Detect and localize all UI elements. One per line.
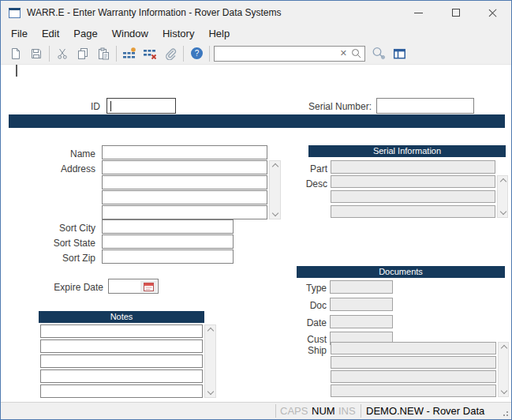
address-line-1[interactable] [102, 160, 267, 174]
app-window: WARR.E - Enter Warranty Information - Ro… [0, 0, 512, 420]
serial-information-header: Serial Information [308, 145, 506, 157]
scroll-down-icon[interactable] [499, 208, 506, 215]
status-message: DEMO.NEW - Rover Data Systems [366, 403, 511, 420]
copy-button[interactable] [73, 44, 93, 63]
notes-line-2[interactable] [40, 339, 203, 353]
date-label: Date [279, 317, 327, 328]
attach-button[interactable] [160, 44, 181, 63]
address-line-3[interactable] [102, 190, 267, 204]
status-bar: CAPS NUM INS DEMO.NEW - Rover Data Syste… [1, 402, 511, 419]
sort-state-label: Sort State [32, 238, 95, 249]
ship-scrollbar[interactable] [498, 342, 509, 397]
status-separator [361, 404, 361, 418]
lookup-button[interactable] [368, 44, 389, 63]
scroll-up-icon[interactable] [500, 345, 506, 351]
svg-text:?: ? [194, 49, 199, 58]
menu-page[interactable]: Page [66, 25, 104, 42]
serial-number-input[interactable] [376, 98, 474, 114]
cust-label: Cust [279, 334, 327, 345]
minimize-button[interactable] [400, 1, 437, 24]
input-caret [110, 101, 111, 111]
menu-window[interactable]: Window [105, 25, 155, 42]
sort-state-input[interactable] [102, 234, 234, 249]
panels-icon [393, 47, 406, 60]
notes-scrollbar[interactable] [204, 324, 216, 398]
close-button[interactable] [474, 1, 511, 24]
desc-scrollbar[interactable] [497, 175, 508, 218]
sort-zip-input[interactable] [102, 249, 234, 264]
sort-city-label: Sort City [32, 223, 95, 234]
cut-button[interactable] [52, 44, 73, 63]
paperclip-icon [164, 47, 177, 60]
name-input[interactable] [102, 145, 267, 159]
serial-number-label: Serial Number: [285, 101, 372, 112]
scroll-down-icon[interactable] [500, 388, 506, 394]
save-button[interactable] [26, 44, 47, 63]
delete-row-button[interactable] [140, 44, 160, 63]
notes-line-3[interactable] [40, 354, 203, 368]
toolbar-separator [116, 46, 117, 62]
caps-indicator: CAPS [280, 403, 308, 419]
app-window-icon [9, 8, 21, 18]
address-scrollbar[interactable] [269, 160, 281, 219]
address-line-2[interactable] [102, 175, 267, 189]
address-label: Address [32, 163, 95, 174]
notes-line-1[interactable] [40, 324, 203, 338]
clear-search-icon[interactable]: ✕ [340, 48, 347, 58]
help-icon: ? [190, 47, 204, 60]
window-controls [400, 1, 511, 24]
scroll-up-icon[interactable] [207, 328, 214, 334]
menu-file[interactable]: File [4, 25, 35, 42]
window-title: WARR.E - Enter Warranty Information - Ro… [27, 7, 282, 18]
desc-label: Desc [288, 178, 327, 189]
maximize-icon [452, 9, 460, 17]
date-field [330, 315, 393, 328]
notes-header: Notes [39, 311, 204, 323]
scroll-up-icon[interactable] [499, 178, 506, 185]
maximize-button[interactable] [437, 1, 474, 24]
doc-field [330, 298, 393, 311]
toolbar-separator [209, 46, 210, 62]
date-picker-button[interactable] [140, 280, 157, 292]
insert-row-icon [122, 47, 136, 60]
id-label: ID [48, 101, 100, 112]
desc-line-2 [331, 190, 495, 203]
paste-icon [97, 47, 110, 60]
scroll-down-icon[interactable] [207, 388, 214, 395]
resize-grip-icon[interactable] [502, 410, 508, 416]
num-indicator: NUM [312, 403, 335, 419]
close-icon [488, 8, 498, 17]
desc-line-1 [331, 175, 495, 188]
panels-button[interactable] [389, 44, 409, 63]
search-input[interactable] [218, 48, 340, 59]
search-icon[interactable] [351, 48, 361, 58]
new-document-button[interactable] [6, 44, 26, 63]
notes-line-5[interactable] [40, 384, 203, 398]
insert-row-button[interactable] [119, 44, 140, 63]
save-icon [30, 47, 43, 60]
paste-button[interactable] [93, 44, 114, 63]
menu-history[interactable]: History [155, 25, 201, 42]
toolbar-separator [49, 46, 50, 62]
help-button[interactable]: ? [186, 44, 207, 63]
scroll-down-icon[interactable] [272, 210, 278, 216]
id-input[interactable] [107, 98, 176, 114]
sort-zip-label: Sort Zip [32, 253, 95, 264]
scroll-up-icon[interactable] [272, 163, 278, 170]
doc-label: Doc [279, 300, 327, 311]
part-label: Part [288, 163, 327, 174]
menu-edit[interactable]: Edit [35, 25, 66, 42]
menu-help[interactable]: Help [201, 25, 237, 42]
section-divider-bar [9, 114, 505, 128]
notes-line-4[interactable] [40, 369, 203, 383]
desc-line-3 [331, 205, 495, 218]
ship-label: Ship [279, 345, 327, 356]
ship-line-1 [331, 342, 496, 354]
new-document-icon [9, 47, 22, 60]
type-field [330, 280, 393, 294]
menu-bar: File Edit Page Window History Help [1, 24, 511, 43]
cut-icon [56, 47, 69, 60]
address-line-4[interactable] [102, 205, 267, 219]
sort-city-input[interactable] [102, 219, 234, 234]
toolbar-search: ✕ [214, 46, 365, 62]
